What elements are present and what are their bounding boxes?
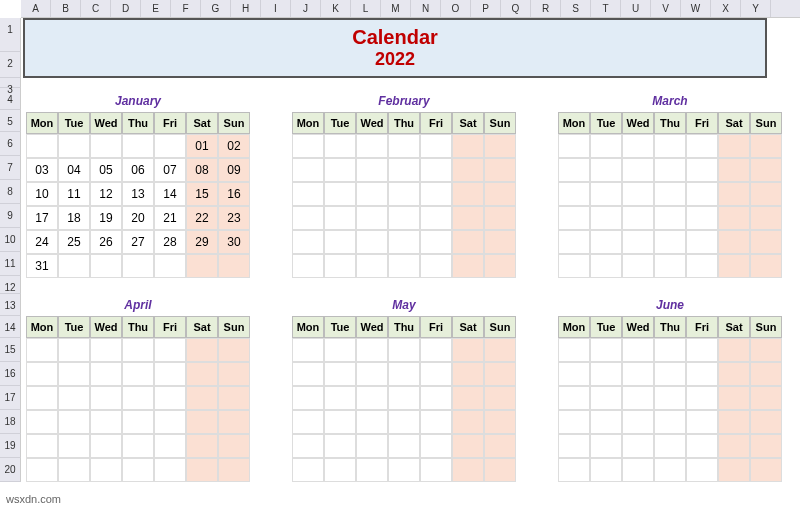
day-cell[interactable]: 09	[218, 158, 250, 182]
col-header-H[interactable]: H	[231, 0, 261, 17]
day-cell[interactable]: 18	[58, 206, 90, 230]
day-cell[interactable]: 25	[58, 230, 90, 254]
day-cell[interactable]	[356, 254, 388, 278]
day-cell[interactable]	[484, 362, 516, 386]
day-cell[interactable]	[718, 158, 750, 182]
day-cell[interactable]	[750, 434, 782, 458]
day-cell[interactable]	[324, 158, 356, 182]
day-cell[interactable]	[622, 410, 654, 434]
row-header-8[interactable]: 8	[0, 180, 21, 204]
day-cell[interactable]	[292, 410, 324, 434]
day-cell[interactable]: 16	[218, 182, 250, 206]
day-cell[interactable]	[750, 206, 782, 230]
row-header-19[interactable]: 19	[0, 434, 21, 458]
col-header-G[interactable]: G	[201, 0, 231, 17]
day-cell[interactable]	[154, 338, 186, 362]
day-cell[interactable]	[122, 386, 154, 410]
day-cell[interactable]: 30	[218, 230, 250, 254]
day-cell[interactable]	[90, 254, 122, 278]
day-cell[interactable]: 05	[90, 158, 122, 182]
day-cell[interactable]	[420, 158, 452, 182]
day-cell[interactable]	[356, 386, 388, 410]
day-cell[interactable]	[484, 386, 516, 410]
col-header-W[interactable]: W	[681, 0, 711, 17]
day-cell[interactable]	[292, 254, 324, 278]
day-cell[interactable]	[90, 134, 122, 158]
day-cell[interactable]	[356, 458, 388, 482]
day-cell[interactable]	[590, 434, 622, 458]
day-cell[interactable]	[750, 410, 782, 434]
row-header-13[interactable]: 13	[0, 294, 21, 316]
day-cell[interactable]	[388, 458, 420, 482]
day-cell[interactable]	[452, 182, 484, 206]
row-header-1[interactable]: 1	[0, 18, 21, 52]
day-cell[interactable]: 26	[90, 230, 122, 254]
day-cell[interactable]	[654, 434, 686, 458]
day-cell[interactable]	[718, 458, 750, 482]
day-cell[interactable]	[686, 158, 718, 182]
day-cell[interactable]	[356, 338, 388, 362]
day-cell[interactable]	[686, 386, 718, 410]
day-cell[interactable]	[558, 254, 590, 278]
row-header-7[interactable]: 7	[0, 156, 21, 180]
day-cell[interactable]: 28	[154, 230, 186, 254]
day-cell[interactable]	[388, 362, 420, 386]
day-cell[interactable]	[622, 254, 654, 278]
col-header-M[interactable]: M	[381, 0, 411, 17]
row-header-3[interactable]: 3	[0, 78, 21, 88]
day-cell[interactable]	[26, 458, 58, 482]
day-cell[interactable]	[452, 206, 484, 230]
day-cell[interactable]	[58, 458, 90, 482]
day-cell[interactable]	[292, 338, 324, 362]
day-cell[interactable]	[622, 362, 654, 386]
row-header-15[interactable]: 15	[0, 338, 21, 362]
day-cell[interactable]	[750, 158, 782, 182]
day-cell[interactable]	[718, 182, 750, 206]
col-header-K[interactable]: K	[321, 0, 351, 17]
day-cell[interactable]	[558, 230, 590, 254]
day-cell[interactable]	[90, 434, 122, 458]
day-cell[interactable]	[558, 158, 590, 182]
day-cell[interactable]	[324, 230, 356, 254]
day-cell[interactable]	[90, 362, 122, 386]
day-cell[interactable]	[90, 386, 122, 410]
day-cell[interactable]: 07	[154, 158, 186, 182]
day-cell[interactable]	[718, 338, 750, 362]
day-cell[interactable]	[186, 386, 218, 410]
day-cell[interactable]	[686, 362, 718, 386]
col-header-F[interactable]: F	[171, 0, 201, 17]
day-cell[interactable]	[484, 182, 516, 206]
day-cell[interactable]	[590, 158, 622, 182]
col-header-A[interactable]: A	[21, 0, 51, 17]
day-cell[interactable]	[558, 182, 590, 206]
day-cell[interactable]	[622, 338, 654, 362]
day-cell[interactable]	[292, 206, 324, 230]
day-cell[interactable]	[218, 386, 250, 410]
day-cell[interactable]	[718, 134, 750, 158]
day-cell[interactable]	[388, 338, 420, 362]
day-cell[interactable]	[388, 182, 420, 206]
day-cell[interactable]	[590, 386, 622, 410]
day-cell[interactable]	[654, 386, 686, 410]
day-cell[interactable]: 29	[186, 230, 218, 254]
day-cell[interactable]	[452, 434, 484, 458]
day-cell[interactable]	[420, 434, 452, 458]
col-header-U[interactable]: U	[621, 0, 651, 17]
day-cell[interactable]	[590, 362, 622, 386]
day-cell[interactable]	[558, 134, 590, 158]
day-cell[interactable]	[750, 182, 782, 206]
day-cell[interactable]	[154, 458, 186, 482]
day-cell[interactable]	[324, 182, 356, 206]
day-cell[interactable]	[186, 434, 218, 458]
day-cell[interactable]	[718, 434, 750, 458]
day-cell[interactable]	[26, 362, 58, 386]
day-cell[interactable]	[484, 158, 516, 182]
day-cell[interactable]	[654, 230, 686, 254]
day-cell[interactable]	[292, 458, 324, 482]
row-header-14[interactable]: 14	[0, 316, 21, 338]
day-cell[interactable]: 01	[186, 134, 218, 158]
day-cell[interactable]	[420, 458, 452, 482]
day-cell[interactable]	[452, 338, 484, 362]
col-header-O[interactable]: O	[441, 0, 471, 17]
day-cell[interactable]	[388, 434, 420, 458]
